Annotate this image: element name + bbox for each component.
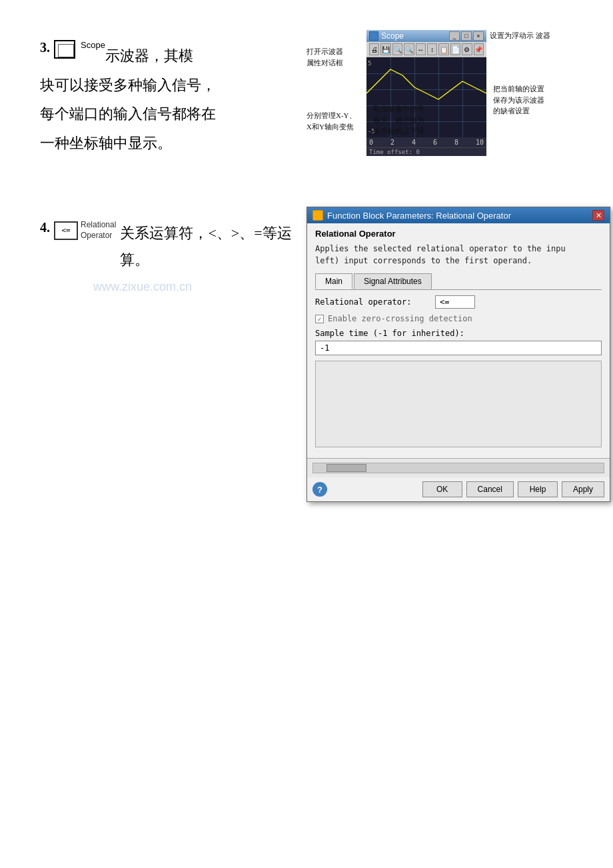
relational-icon-box: <= Relational Operator [54, 220, 116, 241]
tab-signal-attributes[interactable]: Signal Attributes [354, 273, 432, 289]
dialog-buttons: ? OK Cancel Help Apply [307, 477, 610, 501]
dialog-content-area [315, 361, 602, 447]
annotation-mid: 取当前窗中信号最大、最小值为纵坐标的上下限 [373, 103, 446, 137]
xaxis-6: 6 [433, 139, 437, 146]
annotation-top-right: 设置为浮动示 波器 [490, 30, 566, 41]
dialog-desc-line2: left) input corresponds to the first ope… [315, 256, 532, 265]
section3-text-line2: 块可以接受多种输入信号， [40, 72, 293, 99]
dialog-function-block: Function Block Parameters: Relational Op… [306, 207, 610, 502]
sample-time-label: Sample time (-1 for inherited): [315, 329, 602, 338]
sample-time-input[interactable]: -1 [315, 341, 602, 355]
dialog-tabs: Main Signal Attributes [315, 273, 602, 290]
scope-title-left: Scope [369, 31, 404, 41]
dialog-subtitle: Relational Operator [315, 229, 602, 239]
section3-text-line1: 示波器，其模 [105, 43, 193, 69]
toolbar-icon-5[interactable]: ↔ [416, 43, 426, 55]
operator-field-row: Relational operator: <= [315, 295, 602, 309]
annotation-left-bottom: 分别管理X-Y、X和Y轴向变焦 [306, 110, 365, 132]
xaxis-8: 8 [454, 139, 458, 146]
section3-number: 3. [40, 40, 50, 55]
toolbar-icon-2[interactable]: 💾 [380, 43, 390, 55]
dialog-hscroll-thumb[interactable] [326, 464, 366, 472]
scope-title-icon [369, 31, 378, 41]
toolbar-icon-6[interactable]: ↕ [427, 43, 437, 55]
scope-window-title: Scope [381, 31, 404, 41]
dialog-desc-line1: Applies the selected relational operator… [315, 244, 566, 253]
scope-block-icon [54, 40, 75, 59]
scope-titlebar: Scope _ □ × [366, 30, 486, 42]
dialog-body: Relational Operator Applies the selected… [307, 223, 610, 458]
scope-win-buttons: _ □ × [449, 31, 484, 41]
annotation-right-bottom: 把当前轴的设置保存为该示波器的缺省设置 [493, 83, 566, 117]
section3: 3. Scope 示波器，其模 块可以接受多种输入信号， 每个端口的输入信号都将… [40, 40, 293, 156]
xaxis-4: 4 [412, 139, 416, 146]
toolbar-icon-1[interactable]: 🖨 [369, 43, 379, 55]
scope-label: Scope [81, 40, 105, 50]
section3-text-line3: 每个端口的输入信号都将在 [40, 101, 293, 127]
dialog-close-button[interactable]: ✕ [592, 210, 604, 221]
checkbox-label: Enable zero-crossing detection [328, 314, 472, 323]
scope-timeoffset: Time offset: 0 [366, 147, 486, 156]
toolbar-icon-4[interactable]: 🔍 [404, 43, 414, 55]
help-button[interactable]: Help [518, 481, 558, 497]
zero-crossing-checkbox[interactable]: ✓ [315, 315, 324, 323]
checkbox-row: ✓ Enable zero-crossing detection [315, 314, 602, 323]
operator-label: Relational operator: [315, 297, 435, 307]
tab-main[interactable]: Main [315, 273, 352, 289]
dialog-hscrollbar[interactable] [312, 463, 604, 473]
watermark: www.zixue.com.cn [93, 280, 192, 294]
toolbar-icon-9[interactable]: ⚙ [462, 43, 472, 55]
dialog-title-icon [312, 210, 323, 221]
help-icon[interactable]: ? [312, 482, 327, 497]
section4-number: 4. [40, 220, 50, 235]
relational-label: Relational Operator [81, 220, 116, 241]
scope-xaxis: 0 2 4 6 8 10 [366, 137, 486, 147]
cancel-button[interactable]: Cancel [466, 481, 514, 497]
section4-text: 关系运算符，<、>、=等运算。 [120, 220, 293, 273]
scope-yaxis-label: 5 [368, 60, 371, 67]
section3-text-line4: 一种坐标轴中显示。 [40, 130, 293, 157]
section4: 4. <= Relational Operator 关系运算符，<、>、=等运算… [40, 220, 293, 273]
scope-screenshot-area: 设置为浮动示 波器 Scope _ □ × 🖨 💾 🔍 🔍 [306, 30, 566, 156]
scope-icon-container [54, 40, 75, 59]
scope-window: Scope _ □ × 🖨 💾 🔍 🔍 ↔ ↕ 📋 📄 ⚙ 📌 [366, 30, 486, 156]
dialog-titlebar: Function Block Parameters: Relational Op… [307, 207, 610, 223]
toolbar-icon-10[interactable]: 📌 [474, 43, 484, 55]
xaxis-0: 0 [369, 139, 373, 146]
dialog-description: Applies the selected relational operator… [315, 243, 602, 267]
operator-value[interactable]: <= [435, 295, 475, 309]
dialog-bottom-bar [307, 458, 610, 477]
annotation-left-top: 打开示波器属性对话框 [306, 46, 363, 68]
scope-minimize-btn[interactable]: _ [449, 31, 460, 41]
scope-toolbar: 🖨 💾 🔍 🔍 ↔ ↕ 📋 📄 ⚙ 📌 [366, 42, 486, 57]
xaxis-2: 2 [390, 139, 394, 146]
xaxis-10: 10 [476, 139, 484, 146]
ok-button[interactable]: OK [422, 481, 462, 497]
relational-block-icon: <= [54, 221, 78, 240]
toolbar-icon-8[interactable]: 📄 [450, 43, 460, 55]
toolbar-icon-3[interactable]: 🔍 [392, 43, 402, 55]
toolbar-icon-7[interactable]: 📋 [438, 43, 448, 55]
apply-button[interactable]: Apply [562, 481, 604, 497]
scope-close-btn[interactable]: × [473, 31, 484, 41]
dialog-title-left: Function Block Parameters: Relational Op… [312, 210, 511, 221]
scope-maximize-btn[interactable]: □ [461, 31, 472, 41]
dialog-title-text: Function Block Parameters: Relational Op… [327, 211, 511, 221]
